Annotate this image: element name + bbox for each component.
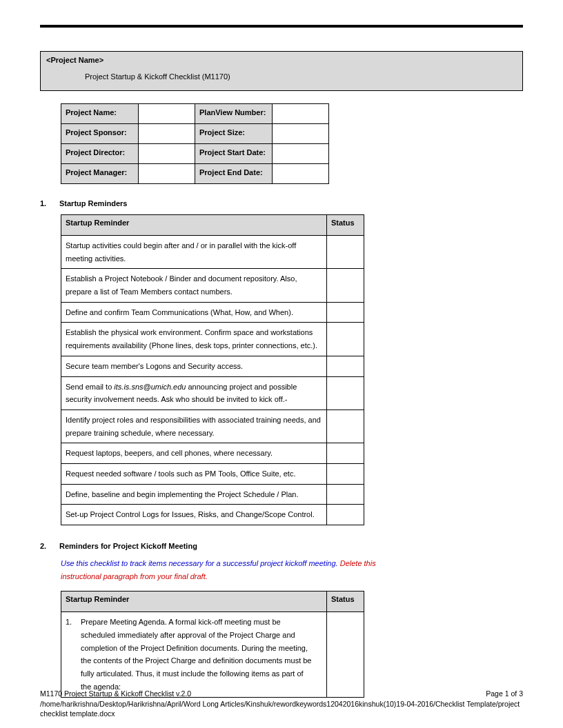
section-title: Startup Reminders <box>59 199 127 208</box>
table-row: Send email to its.is.sns@umich.edu annou… <box>61 376 364 410</box>
table-row: Secure team member's Logons and Security… <box>61 356 364 376</box>
item-number: 1. <box>66 616 81 629</box>
status-cell <box>327 302 364 323</box>
status-cell <box>327 356 364 376</box>
section-2-heading: 2.Reminders for Project Kickoff Meeting <box>40 542 523 550</box>
info-value <box>139 144 195 164</box>
table-row: Request laptops, beepers, and cell phone… <box>61 443 364 464</box>
reminder-cell: Set-up Project Control Logs for Issues, … <box>61 505 327 525</box>
table-row: Establish a Project Notebook / Binder an… <box>61 269 364 302</box>
col-header-reminder: Startup Reminder <box>61 592 327 612</box>
status-cell <box>327 484 364 505</box>
status-cell <box>327 443 364 464</box>
status-cell <box>327 410 364 443</box>
reminder-cell: 1.Prepare Meeting Agenda. A formal kick-… <box>61 612 327 697</box>
info-value <box>273 144 329 164</box>
col-header-status: Status <box>327 215 364 236</box>
startup-reminders-table: Startup Reminder Status Startup activiti… <box>61 214 364 525</box>
info-label: Project Size: <box>195 124 273 144</box>
table-row: Project Director: Project Start Date: <box>61 144 329 164</box>
info-value <box>273 124 329 144</box>
reminder-cell: Establish the physical work environment.… <box>61 323 327 356</box>
reminder-cell: Startup activities could begin after and… <box>61 236 327 269</box>
info-value <box>273 104 329 124</box>
status-cell <box>327 236 364 269</box>
project-name-placeholder: <Project Name> <box>41 52 522 68</box>
info-value <box>139 104 195 124</box>
instruct-blue: Use this checklist to track items necess… <box>61 559 340 567</box>
item-text: Prepare Meeting Agenda. A formal kick-of… <box>81 616 315 693</box>
status-cell <box>327 463 364 484</box>
header-box: <Project Name> Project Startup & Kickoff… <box>40 51 523 91</box>
status-cell <box>327 612 364 697</box>
info-value <box>139 164 195 184</box>
footer-page-number: Page 1 of 3 <box>486 689 523 698</box>
table-row: Project Sponsor: Project Size: <box>61 124 329 144</box>
instructional-paragraph: Use this checklist to track items necess… <box>61 557 385 583</box>
reminder-cell: Request laptops, beepers, and cell phone… <box>61 443 327 464</box>
info-label: Project Sponsor: <box>61 124 139 144</box>
top-rule <box>40 25 523 28</box>
footer-path: /home/harikrishna/Desktop/Harikrishna/Ap… <box>40 699 523 718</box>
table-row: Project Name: PlanView Number: <box>61 104 329 124</box>
info-label: Project Start Date: <box>195 144 273 164</box>
status-cell <box>327 269 364 302</box>
email-pre: Send email to <box>66 383 114 391</box>
footer-version: M1170 Project Startup & Kickoff Checklis… <box>40 689 191 698</box>
table-row: Define, baseline and begin implementing … <box>61 484 364 505</box>
info-label: Project Name: <box>61 104 139 124</box>
info-value <box>273 164 329 184</box>
document-page: <Project Name> Project Startup & Kickoff… <box>0 0 563 728</box>
reminder-cell: Establish a Project Notebook / Binder an… <box>61 269 327 302</box>
reminder-cell: Secure team member's Logons and Security… <box>61 356 327 376</box>
status-cell <box>327 376 364 410</box>
kickoff-reminders-table: Startup Reminder Status 1.Prepare Meetin… <box>61 591 364 697</box>
section-number: 1. <box>40 199 59 208</box>
table-row: 1.Prepare Meeting Agenda. A formal kick-… <box>61 612 364 697</box>
reminder-cell-email: Send email to its.is.sns@umich.edu annou… <box>61 376 327 410</box>
table-row: Set-up Project Control Logs for Issues, … <box>61 505 364 525</box>
reminder-cell: Define, baseline and begin implementing … <box>61 484 327 505</box>
info-label: Project Manager: <box>61 164 139 184</box>
table-row: Request needed software / tools such as … <box>61 463 364 484</box>
section-title: Reminders for Project Kickoff Meeting <box>59 542 197 550</box>
info-tbody: Project Name: PlanView Number: Project S… <box>61 104 329 184</box>
table-row: Establish the physical work environment.… <box>61 323 364 356</box>
status-cell <box>327 505 364 525</box>
project-info-table: Project Name: PlanView Number: Project S… <box>61 103 329 184</box>
info-label: PlanView Number: <box>195 104 273 124</box>
table-row: Project Manager: Project End Date: <box>61 164 329 184</box>
status-cell <box>327 323 364 356</box>
email-address: its.is.sns@umich.edu <box>114 383 186 391</box>
section-number: 2. <box>40 542 59 550</box>
section-1-heading: 1.Startup Reminders <box>40 199 523 208</box>
info-label: Project End Date: <box>195 164 273 184</box>
info-value <box>139 124 195 144</box>
reminder-cell: Request needed software / tools such as … <box>61 463 327 484</box>
col-header-status: Status <box>327 592 364 612</box>
table-row: Startup activities could begin after and… <box>61 236 364 269</box>
reminder-cell: Identify project roles and responsibilit… <box>61 410 327 443</box>
table-row: Define and confirm Team Communications (… <box>61 302 364 323</box>
info-label: Project Director: <box>61 144 139 164</box>
reminder-cell: Define and confirm Team Communications (… <box>61 302 327 323</box>
page-footer: M1170 Project Startup & Kickoff Checklis… <box>40 689 523 718</box>
table-row: Identify project roles and responsibilit… <box>61 410 364 443</box>
document-title: Project Startup & Kickoff Checklist (M11… <box>41 68 522 90</box>
col-header-reminder: Startup Reminder <box>61 215 327 236</box>
